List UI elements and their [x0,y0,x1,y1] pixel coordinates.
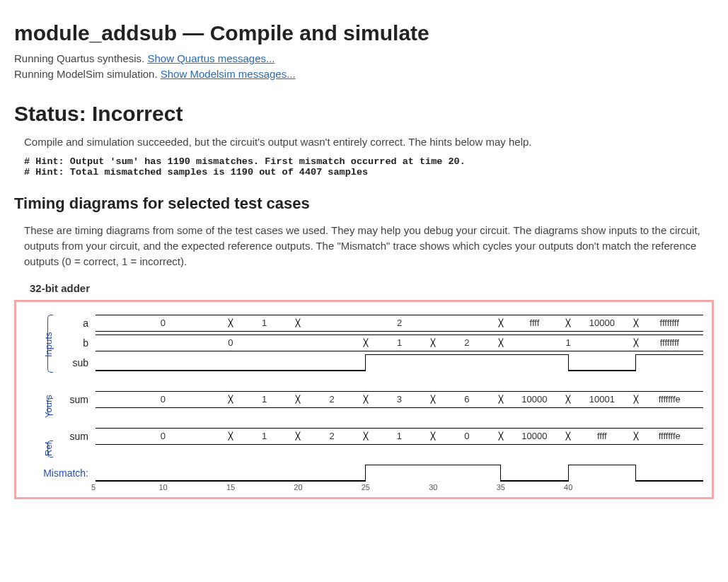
ref-group-label: Ref [43,441,54,455]
wave-cell: 2 [298,315,500,332]
wave-cell: 2 [298,428,365,445]
wave-cell: 0 [96,315,231,332]
wave-bit [96,465,163,482]
wave-cell: 0 [96,428,231,445]
wave-cell: 0 [96,391,231,408]
wave-cell: 0 [96,334,366,351]
wave-cell: 1 [501,334,636,351]
trace-b: b 0121ffffffff [18,333,710,353]
wave-cell: 10001 [568,391,635,408]
wave-bit [231,465,298,482]
show-quartus-link[interactable]: Show Quartus messages... [147,52,275,64]
trace-ref-sum: sum 0121010000fffffffffffe [18,426,710,446]
trace-sub: sub [18,353,710,373]
waveform-panel: Inputs Yours Ref a 012ffff10000ffffffff … [14,300,714,499]
time-tick: 40 [568,483,635,493]
time-tick: 35 [501,483,568,493]
wave-cell: 1 [231,391,298,408]
time-tick: 15 [231,483,298,493]
wave-bit [163,465,230,482]
test-case-title: 32-bit adder [30,282,714,294]
time-tick [636,483,703,493]
wave-bit [163,354,230,371]
wave-cell: 3 [366,391,433,408]
wave-cell: 2 [433,334,500,351]
wave-cell: 1 [366,334,433,351]
wave-cell: ffffffff [636,315,703,332]
wave-bit [298,354,365,371]
timing-description: These are timing diagrams from some of t… [14,223,714,269]
trace-mismatch: Mismatch: [18,463,710,483]
show-modelsim-link[interactable]: Show Modelsim messages... [161,68,296,80]
wave-cell: 6 [433,391,500,408]
simulation-status-line: Running ModelSim simulation. Show Models… [14,66,714,82]
hint-block: # Hint: Output 'sum' has 1190 mismatches… [24,156,714,177]
wave-cell: ffff [568,428,635,445]
wave-cell: ffff [501,315,568,332]
wave-bit [433,465,500,482]
time-axis: 510152025303540 [96,483,703,493]
wave-cell: fffffffe [636,391,703,408]
wave-bit [96,354,163,371]
trace-a: a 012ffff10000ffffffff [18,313,710,333]
wave-bit [636,354,703,371]
wave-cell: 10000 [568,315,635,332]
time-tick: 10 [163,483,230,493]
time-tick: 20 [298,483,365,493]
wave-cell: 1 [231,315,298,332]
timing-heading: Timing diagrams for selected test cases [14,194,714,213]
page-title: module_addsub — Compile and simulate [14,21,714,45]
wave-cell: 0 [433,428,500,445]
wave-bit [231,354,298,371]
wave-cell: 10000 [501,428,568,445]
wave-cell: 2 [298,391,365,408]
time-tick: 5 [96,483,163,493]
wave-bit [568,465,635,482]
wave-bit [366,354,433,371]
wave-bit [501,465,568,482]
wave-bit [501,354,568,371]
wave-cell: fffffffe [636,428,703,445]
wave-cell: ffffffff [636,334,703,351]
time-tick: 30 [433,483,500,493]
wave-bit [636,465,703,482]
trace-yours-sum: sum 012361000010001fffffffe [18,390,710,409]
wave-bit [366,465,433,482]
synthesis-status-line: Running Quartus synthesis. Show Quartus … [14,51,714,66]
status-message: Compile and simulation succeeded, but th… [14,134,714,150]
wave-cell: 1 [231,428,298,445]
wave-cell: 1 [366,428,433,445]
time-tick: 25 [366,483,433,493]
wave-bit [298,465,365,482]
wave-cell: 10000 [501,391,568,408]
status-heading: Status: Incorrect [14,102,714,126]
wave-bit [568,354,635,371]
wave-bit [433,354,500,371]
